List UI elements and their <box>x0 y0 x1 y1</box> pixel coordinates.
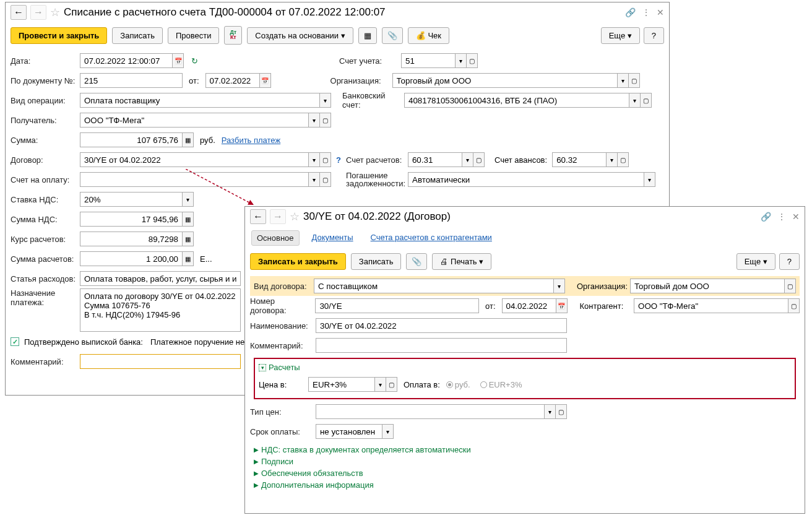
additional-expand[interactable]: ▶Дополнительная информация <box>254 479 796 491</box>
dropdown-icon[interactable]: ▾ <box>554 279 565 293</box>
calendar-icon[interactable]: 📅 <box>260 73 271 88</box>
open-icon[interactable]: ▢ <box>556 404 567 419</box>
payterm-input[interactable] <box>316 424 382 439</box>
signs-expand[interactable]: ▶Подписи <box>254 456 796 467</box>
purpose-textarea[interactable] <box>80 288 241 332</box>
open-icon[interactable]: ▢ <box>386 377 397 392</box>
pricein-input[interactable] <box>308 377 375 392</box>
dropdown-icon[interactable]: ▾ <box>320 93 331 108</box>
save-close-button[interactable]: Записать и закрыть <box>250 253 346 270</box>
expense-input[interactable] <box>80 271 241 286</box>
structure-button[interactable]: ▦ <box>358 27 377 44</box>
dropdown-icon[interactable]: ▾ <box>309 113 320 128</box>
dropdown-icon[interactable]: ▾ <box>462 152 473 167</box>
close-icon[interactable]: ✕ <box>657 7 664 17</box>
open-icon[interactable]: ▢ <box>785 279 796 293</box>
favorite-icon[interactable]: ☆ <box>290 210 300 223</box>
more-button[interactable]: Еще ▾ <box>601 27 640 44</box>
nav-forward-button[interactable]: → <box>270 209 286 224</box>
dropdown-icon[interactable]: ▾ <box>618 73 629 88</box>
contractdate-input[interactable] <box>502 298 556 313</box>
dropdown-icon[interactable]: ▾ <box>309 152 320 167</box>
link-icon[interactable]: 🔗 <box>625 7 636 17</box>
print-button[interactable]: 🖨 Печать ▾ <box>432 253 491 270</box>
calendar-icon[interactable]: 📅 <box>556 298 568 313</box>
advanceacc-input[interactable] <box>552 152 607 167</box>
name-input[interactable] <box>316 318 567 333</box>
settlements-header[interactable]: ▾ Расчеты <box>259 363 791 372</box>
settlesum-input[interactable] <box>80 251 183 266</box>
help-icon[interactable]: ? <box>334 155 343 165</box>
nds-expand[interactable]: ▶НДС: ставка в документах определяется а… <box>254 444 796 456</box>
calc-icon[interactable]: ▦ <box>183 232 194 246</box>
vatrate-input[interactable] <box>80 192 183 207</box>
obligations-expand[interactable]: ▶Обеспечения обязательств <box>254 467 796 479</box>
amount-input[interactable] <box>80 132 183 147</box>
settleacc-input[interactable] <box>408 152 462 167</box>
open-icon[interactable]: ▢ <box>629 73 640 88</box>
counterparty-input[interactable] <box>634 298 788 313</box>
help-button[interactable]: ? <box>779 253 800 270</box>
open-icon[interactable]: ▢ <box>788 298 800 313</box>
menu-icon[interactable]: ⋮ <box>777 212 786 222</box>
tab-main[interactable]: Основное <box>251 230 300 246</box>
date-input[interactable] <box>80 53 173 68</box>
account-input[interactable] <box>401 53 456 68</box>
calc-icon[interactable]: ▦ <box>183 251 194 266</box>
calc-icon[interactable]: ▦ <box>183 212 194 227</box>
save-button[interactable]: Записать <box>112 27 163 44</box>
open-icon[interactable]: ▢ <box>618 152 629 167</box>
sync-icon[interactable]: ↻ <box>191 56 198 66</box>
link-icon[interactable]: 🔗 <box>761 212 771 222</box>
nav-back-button[interactable]: ← <box>11 5 27 20</box>
favorite-icon[interactable]: ☆ <box>50 6 60 19</box>
recipient-input[interactable] <box>80 113 309 128</box>
dropdown-icon[interactable]: ▾ <box>456 53 467 68</box>
open-icon[interactable]: ▢ <box>320 113 331 128</box>
menu-icon[interactable]: ⋮ <box>642 7 650 17</box>
tab-docs[interactable]: Документы <box>307 230 358 246</box>
comment-input[interactable] <box>80 354 241 369</box>
close-icon[interactable]: ✕ <box>792 212 800 222</box>
open-icon[interactable]: ▢ <box>473 152 485 167</box>
dropdown-icon[interactable]: ▾ <box>644 172 655 187</box>
dropdown-icon[interactable]: ▾ <box>382 424 394 439</box>
dropdown-icon[interactable]: ▾ <box>375 377 386 392</box>
check-button[interactable]: 💰 Чек <box>408 27 449 44</box>
vatsum-input[interactable] <box>80 212 183 227</box>
open-icon[interactable]: ▢ <box>320 172 331 187</box>
contracttype-input[interactable] <box>314 279 554 293</box>
docno-input[interactable] <box>80 73 183 88</box>
comment-input[interactable] <box>316 338 567 353</box>
save-button[interactable]: Записать <box>351 253 402 270</box>
contractno-input[interactable] <box>315 298 479 313</box>
nav-back-button[interactable]: ← <box>250 209 266 224</box>
org-input[interactable] <box>630 279 785 293</box>
dropdown-icon[interactable]: ▾ <box>309 172 320 187</box>
debt-input[interactable] <box>408 172 644 187</box>
post-close-button[interactable]: Провести и закрыть <box>11 27 107 44</box>
rate-input[interactable] <box>80 232 183 246</box>
open-icon[interactable]: ▢ <box>641 93 652 108</box>
more-button[interactable]: Еще ▾ <box>736 253 775 270</box>
dropdown-icon[interactable]: ▾ <box>183 192 194 207</box>
create-based-button[interactable]: Создать на основании ▾ <box>247 27 353 44</box>
calendar-icon[interactable]: 📅 <box>173 53 184 68</box>
dropdown-icon[interactable]: ▾ <box>545 404 556 419</box>
attach-button[interactable]: 📎 <box>382 27 403 44</box>
confirmed-checkbox[interactable]: ✓ <box>11 337 19 346</box>
docdate-input[interactable] <box>205 73 260 88</box>
tab-accounts[interactable]: Счета расчетов с контрагентами <box>366 230 497 246</box>
org-input[interactable] <box>392 73 618 88</box>
split-link[interactable]: Разбить платеж <box>222 136 280 145</box>
nav-forward-button[interactable]: → <box>30 5 46 20</box>
dtkt-button[interactable]: ДтКт <box>224 26 242 45</box>
post-button[interactable]: Провести <box>168 27 220 44</box>
bankacc-input[interactable] <box>404 93 629 108</box>
optype-input[interactable] <box>80 93 320 108</box>
invoice-input[interactable] <box>80 172 309 187</box>
dropdown-icon[interactable]: ▾ <box>629 93 641 108</box>
attach-button[interactable]: 📎 <box>406 253 427 270</box>
open-icon[interactable]: ▢ <box>467 53 478 68</box>
dropdown-icon[interactable]: ▾ <box>607 152 618 167</box>
